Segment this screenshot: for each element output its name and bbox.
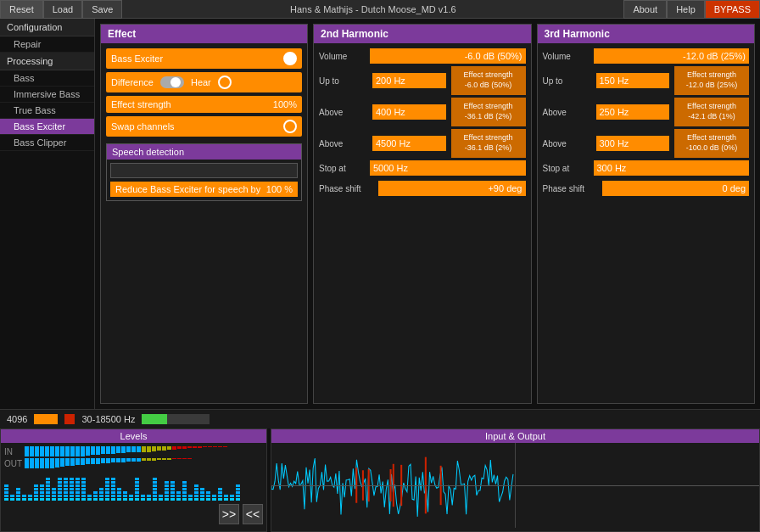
spectrum-seg bbox=[34, 491, 38, 494]
swap-channels-toggle[interactable] bbox=[283, 120, 297, 133]
spectrum-col-38 bbox=[230, 473, 234, 501]
sidebar-processing[interactable]: Processing bbox=[0, 53, 94, 70]
h3-phase-row: Phase shift 0 deg bbox=[543, 181, 750, 196]
sidebar-configuration[interactable]: Configuration bbox=[0, 19, 94, 36]
status-orange-bar bbox=[34, 414, 58, 424]
h2-volume-bar[interactable]: -6.0 dB (50%) bbox=[370, 48, 526, 64]
h3-upto-row: Up to 150 Hz Effect strength -12.0 dB (2… bbox=[543, 66, 750, 95]
sidebar-true-bass[interactable]: True Bass bbox=[0, 103, 94, 119]
backward-button[interactable]: << bbox=[243, 504, 263, 524]
h3-stopat-freqbar[interactable]: 300 Hz bbox=[594, 160, 750, 176]
spectrum-seg bbox=[200, 488, 204, 490]
difference-toggle-knob bbox=[170, 77, 181, 87]
spectrum-seg bbox=[153, 498, 157, 501]
spectrum-area bbox=[4, 473, 263, 501]
spectrum-seg bbox=[182, 495, 187, 497]
effect-strength-row[interactable]: Effect strength 100% bbox=[106, 96, 302, 113]
swap-channels-row[interactable]: Swap channels bbox=[106, 116, 302, 137]
forward-button[interactable]: >> bbox=[219, 504, 239, 524]
h2-volume-label: Volume bbox=[319, 52, 370, 61]
h2-above1-freqbar[interactable]: 400 Hz bbox=[372, 104, 446, 120]
sidebar-repair[interactable]: Repair bbox=[0, 36, 94, 53]
difference-row[interactable]: Difference Hear bbox=[106, 72, 302, 92]
spectrum-seg bbox=[206, 491, 210, 494]
h2-upto-freqbar[interactable]: 200 Hz bbox=[372, 73, 446, 88]
h3-above1-freqbar[interactable]: 250 Hz bbox=[596, 104, 670, 120]
level-out-bar-7 bbox=[60, 458, 64, 467]
h2-above2-freqbar[interactable]: 4500 Hz bbox=[372, 136, 446, 151]
speech-detection-input[interactable] bbox=[110, 163, 298, 178]
spectrum-seg bbox=[105, 488, 109, 490]
spectrum-seg bbox=[46, 495, 50, 497]
sidebar-bass[interactable]: Bass bbox=[0, 70, 94, 87]
level-out-bar-14 bbox=[96, 458, 100, 464]
h2-phase-bar[interactable]: +90 deg bbox=[378, 181, 526, 196]
spectrum-seg bbox=[105, 484, 109, 487]
bypass-button[interactable]: BYPASS bbox=[705, 0, 760, 19]
spectrum-seg bbox=[81, 488, 86, 490]
h3-volume-bar[interactable]: -12.0 dB (25%) bbox=[594, 48, 750, 64]
h3-above2-effect[interactable]: Effect strength -100.0 dB (0%) bbox=[674, 129, 749, 158]
h3-above1-effect[interactable]: Effect strength -42.1 dB (1%) bbox=[674, 98, 749, 126]
h2-upto-effect[interactable]: Effect strength -6.0 dB (50%) bbox=[451, 66, 526, 95]
level-in-bar-35 bbox=[203, 446, 207, 447]
spectrum-seg bbox=[99, 491, 103, 494]
help-button[interactable]: Help bbox=[667, 0, 705, 19]
sidebar-bass-exciter[interactable]: Bass Exciter bbox=[0, 119, 94, 135]
spectrum-col-2 bbox=[16, 473, 20, 501]
h3-upto-freqbar[interactable]: 150 Hz bbox=[596, 73, 670, 88]
speech-reduce-row[interactable]: Reduce Bass Exciter for speech by 100 % bbox=[110, 182, 298, 197]
spectrum-seg bbox=[141, 498, 145, 501]
h2-above1-effect[interactable]: Effect strength -36.1 dB (2%) bbox=[451, 98, 526, 126]
save-button[interactable]: Save bbox=[82, 0, 122, 19]
h3-stopat-freq: 300 Hz bbox=[597, 163, 627, 173]
io-panel: Input & Output bbox=[271, 428, 760, 532]
h3-above2-freqbar[interactable]: 300 Hz bbox=[596, 136, 670, 151]
bass-exciter-toggle[interactable] bbox=[283, 52, 297, 65]
spectrum-seg bbox=[99, 495, 103, 497]
spectrum-seg bbox=[170, 495, 175, 497]
spectrum-seg bbox=[194, 484, 198, 487]
spectrum-col-11 bbox=[70, 473, 74, 501]
spectrum-seg bbox=[99, 498, 103, 501]
speech-reduce-value: 100 % bbox=[266, 184, 293, 194]
difference-toggle[interactable] bbox=[160, 76, 184, 88]
spectrum-col-3 bbox=[22, 473, 26, 501]
viz-area: Levels IN OUT >> << bbox=[0, 428, 760, 532]
load-button[interactable]: Load bbox=[43, 0, 82, 19]
content-area: Effect Bass Exciter Difference Hear bbox=[95, 19, 760, 409]
h2-stopat-label: Stop at bbox=[319, 164, 370, 173]
h2-stopat-freqbar[interactable]: 5000 Hz bbox=[370, 160, 526, 176]
hear-label: Hear bbox=[191, 77, 211, 87]
spectrum-seg bbox=[93, 495, 98, 497]
spectrum-col-8 bbox=[52, 473, 56, 501]
spectrum-col-1 bbox=[10, 473, 14, 501]
spectrum-col-4 bbox=[28, 473, 32, 501]
spectrum-seg bbox=[64, 481, 68, 484]
spectrum-seg bbox=[28, 495, 32, 497]
about-button[interactable]: About bbox=[623, 0, 667, 19]
spectrum-seg bbox=[212, 498, 216, 501]
h3-upto-effect[interactable]: Effect strength -12.0 dB (25%) bbox=[674, 66, 749, 95]
spectrum-seg bbox=[188, 498, 193, 501]
level-out-bar-18 bbox=[116, 458, 120, 462]
waveform-right-center-line bbox=[516, 485, 759, 486]
spectrum-seg bbox=[117, 491, 121, 494]
sidebar-bass-clipper[interactable]: Bass Clipper bbox=[0, 135, 94, 151]
spectrum-col-7 bbox=[46, 473, 50, 501]
spectrum-seg bbox=[147, 495, 151, 497]
spectrum-seg bbox=[153, 481, 157, 484]
sidebar-immersive-bass[interactable]: Immersive Bass bbox=[0, 87, 94, 103]
h3-phase-bar[interactable]: 0 deg bbox=[602, 181, 750, 196]
h2-above2-effect[interactable]: Effect strength -36.1 dB (2%) bbox=[451, 129, 526, 158]
bottom-area: 4096 30-18500 Hz Levels IN OUT bbox=[0, 409, 760, 532]
bass-exciter-row[interactable]: Bass Exciter bbox=[106, 48, 302, 69]
h3-stopat-row: Stop at 300 Hz bbox=[543, 160, 750, 176]
hear-toggle[interactable] bbox=[218, 76, 232, 89]
spectrum-seg bbox=[111, 495, 115, 497]
spectrum-seg bbox=[135, 491, 139, 494]
level-out-bar-0 bbox=[25, 458, 29, 468]
spectrum-seg bbox=[165, 491, 169, 494]
spectrum-seg bbox=[176, 495, 181, 497]
reset-button[interactable]: Reset bbox=[0, 0, 43, 19]
